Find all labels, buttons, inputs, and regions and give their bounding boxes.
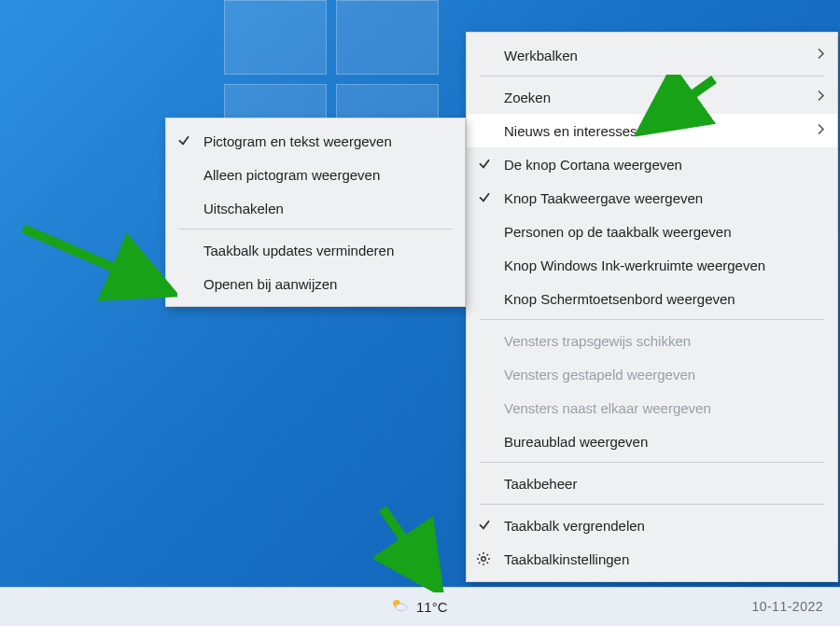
- menu-label: De knop Cortana weergeven: [504, 157, 682, 173]
- svg-line-5: [383, 508, 434, 583]
- check-icon: [478, 190, 491, 203]
- menu-label: Taakbeheer: [504, 476, 577, 492]
- menu-label: Alleen pictogram weergeven: [203, 167, 380, 183]
- submenu-item-alleen-pictogram[interactable]: Alleen pictogram weergeven: [166, 158, 465, 191]
- menu-label: Openen bij aanwijzen: [203, 276, 337, 292]
- submenu-item-uitschakelen[interactable]: Uitschakelen: [166, 191, 465, 225]
- menu-label: Knop Windows Ink-werkruimte weergeven: [504, 257, 765, 273]
- weather-temp: 11°C: [416, 599, 448, 615]
- menu-item-nieuws-en-interesses[interactable]: Nieuws en interesses: [467, 114, 837, 147]
- svg-line-4: [23, 229, 163, 289]
- separator: [480, 462, 824, 463]
- chevron-right-icon: [817, 90, 826, 105]
- separator: [480, 504, 824, 505]
- menu-item-naast-elkaar: Vensters naast elkaar weergeven: [467, 391, 837, 424]
- check-icon: [177, 133, 190, 146]
- check-icon: [478, 157, 491, 170]
- menu-label: Knop Schermtoetsenbord weergeven: [504, 291, 735, 307]
- menu-label: Taakbalk vergrendelen: [504, 518, 645, 534]
- gear-icon: [476, 551, 491, 566]
- weather-icon: [388, 594, 411, 619]
- menu-label: Vensters trapsgewijs schikken: [504, 333, 691, 349]
- chevron-right-icon: [817, 123, 826, 139]
- desktop: Werkbalken Zoeken Nieuws en interesses D…: [0, 0, 840, 626]
- menu-item-ink[interactable]: Knop Windows Ink-werkruimte weergeven: [467, 248, 837, 282]
- taskbar-context-menu: Werkbalken Zoeken Nieuws en interesses D…: [466, 32, 838, 582]
- svg-point-2: [396, 604, 407, 611]
- submenu-item-openen-bij-aanwijzen[interactable]: Openen bij aanwijzen: [166, 267, 465, 300]
- menu-item-personen[interactable]: Personen op de taakbalk weergeven: [467, 215, 837, 248]
- menu-label: Werkbalken: [504, 48, 578, 63]
- chevron-right-icon: [817, 48, 826, 63]
- menu-label: Zoeken: [504, 90, 551, 105]
- menu-label: Bureaublad weergeven: [504, 434, 648, 450]
- menu-label: Personen op de taakbalk weergeven: [504, 224, 732, 240]
- menu-item-bureaublad[interactable]: Bureaublad weergeven: [467, 424, 837, 458]
- taskbar[interactable]: 11°C 10-11-2022: [0, 587, 840, 626]
- menu-item-taakbeheer[interactable]: Taakbeheer: [467, 466, 837, 500]
- menu-label: Nieuws en interesses: [504, 123, 637, 139]
- submenu-item-updates[interactable]: Taakbalk updates verminderen: [166, 233, 465, 267]
- svg-point-0: [482, 557, 485, 561]
- menu-label: Vensters gestapeld weergeven: [504, 367, 695, 383]
- menu-label: Taakbalkinstellingen: [504, 551, 629, 567]
- annotation-arrow-icon: [373, 504, 457, 592]
- menu-label: Uitschakelen: [203, 201, 284, 216]
- menu-item-werkbalken[interactable]: Werkbalken: [467, 38, 837, 72]
- weather-widget[interactable]: 11°C: [388, 587, 448, 626]
- taskbar-date[interactable]: 10-11-2022: [751, 587, 823, 626]
- separator: [480, 76, 824, 77]
- menu-item-vergrendelen[interactable]: Taakbalk vergrendelen: [467, 508, 837, 542]
- date-text: 10-11-2022: [751, 599, 823, 614]
- menu-label: Taakbalk updates verminderen: [203, 243, 394, 258]
- submenu-item-pictogram-tekst[interactable]: Pictogram en tekst weergeven: [166, 124, 465, 158]
- menu-item-trapsgewijs: Vensters trapsgewijs schikken: [467, 324, 837, 357]
- menu-item-schermtoetsenbord[interactable]: Knop Schermtoetsenbord weergeven: [467, 282, 837, 315]
- menu-label: Vensters naast elkaar weergeven: [504, 400, 711, 416]
- menu-item-taakweergave[interactable]: Knop Taakweergave weergeven: [467, 181, 837, 215]
- menu-label: Knop Taakweergave weergeven: [504, 190, 703, 206]
- menu-item-zoeken[interactable]: Zoeken: [467, 80, 837, 114]
- menu-item-instellingen[interactable]: Taakbalkinstellingen: [467, 542, 837, 576]
- nieuws-en-interesses-submenu: Pictogram en tekst weergeven Alleen pict…: [165, 118, 466, 307]
- menu-item-cortana[interactable]: De knop Cortana weergeven: [467, 147, 837, 181]
- separator: [179, 229, 452, 230]
- check-icon: [478, 518, 491, 531]
- menu-label: Pictogram en tekst weergeven: [203, 133, 392, 149]
- annotation-arrow-icon: [19, 224, 177, 308]
- menu-item-gestapeld: Vensters gestapeld weergeven: [467, 357, 837, 391]
- separator: [480, 319, 824, 320]
